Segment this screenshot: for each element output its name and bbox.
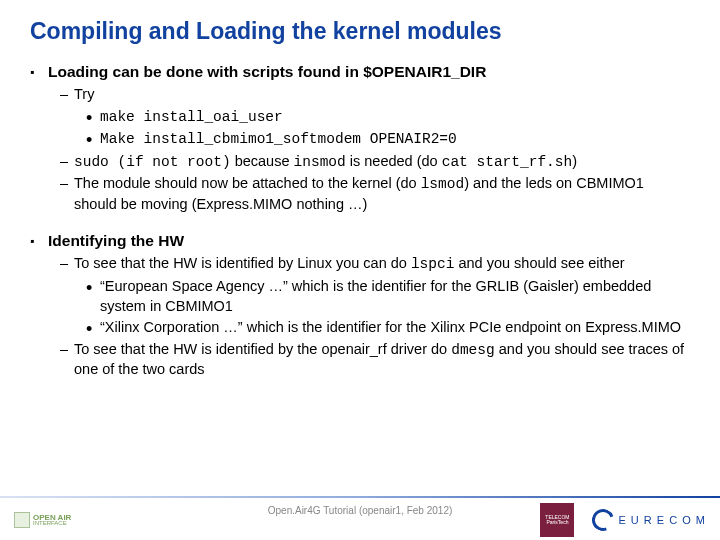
page-title: Compiling and Loading the kernel modules <box>30 18 690 45</box>
code: lsmod <box>421 176 465 192</box>
item-dmesg: To see that the HW is identified by the … <box>30 340 690 380</box>
footer-bar: OPEN AIR INTERFACE TELECOM ParisTech E U… <box>0 500 720 540</box>
text: To see that the HW is identified by Linu… <box>74 255 411 271</box>
openair-line2: INTERFACE <box>33 521 71 526</box>
text: because <box>231 153 294 169</box>
item-try: Try <box>30 85 690 105</box>
code: make install_oai_user <box>100 109 283 125</box>
logo-group-right: TELECOM ParisTech E U R E C O M <box>540 503 706 537</box>
item-xilinx: “Xilinx Corporation …” which is the iden… <box>30 318 690 338</box>
text: and you should see either <box>454 255 624 271</box>
openair-text: OPEN AIR INTERFACE <box>33 514 71 527</box>
cmd-make-oai: make install_oai_user <box>30 107 690 128</box>
section-loading: Loading can be done with scripts found i… <box>30 63 690 81</box>
item-esa: “European Space Agency …” which is the i… <box>30 277 690 316</box>
cmd-make-cbmimo: Make install_cbmimo1_softmodem OPENAIR2=… <box>30 129 690 150</box>
item-sudo: sudo (if not root) because insmod is nee… <box>30 152 690 173</box>
text: ) <box>572 153 577 169</box>
text: The module should now be attached to the… <box>74 175 421 191</box>
slide-content: Compiling and Loading the kernel modules… <box>0 0 720 380</box>
code: cat start_rf.sh <box>442 154 573 170</box>
item-lspci: To see that the HW is identified by Linu… <box>30 254 690 275</box>
code: dmesg <box>451 342 495 358</box>
text: To see that the HW is identified by the … <box>74 341 451 357</box>
section-identify: Identifying the HW <box>30 232 690 250</box>
code: insmod <box>294 154 346 170</box>
telecom-line2: ParisTech <box>546 520 568 526</box>
logo-eurecom: E U R E C O M <box>592 509 706 531</box>
openair-icon <box>14 512 30 528</box>
logo-openair: OPEN AIR INTERFACE <box>14 512 71 528</box>
eurecom-icon <box>589 505 618 534</box>
text: is needed (do <box>346 153 442 169</box>
logo-telecom: TELECOM ParisTech <box>540 503 574 537</box>
code: Make install_cbmimo1_softmodem OPENAIR2=… <box>100 131 457 147</box>
code: sudo (if not root) <box>74 154 231 170</box>
item-module: The module should now be attached to the… <box>30 174 690 214</box>
eurecom-text: E U R E C O M <box>618 514 706 526</box>
footer-rule <box>0 496 720 498</box>
code: lspci <box>411 256 455 272</box>
